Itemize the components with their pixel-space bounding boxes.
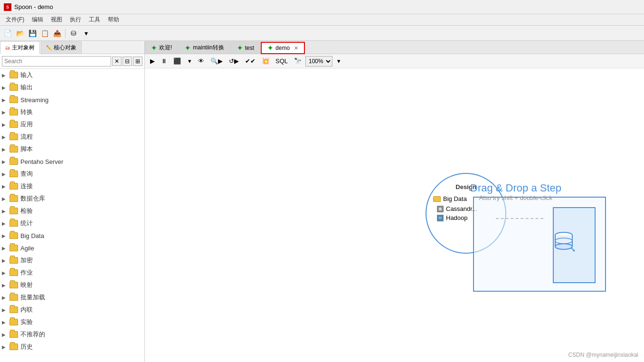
tree-item-app[interactable]: ▶ 应用 xyxy=(0,118,144,131)
tree-label: 映射 xyxy=(20,281,33,289)
search-expand-btn[interactable]: ⊞ xyxy=(133,57,142,66)
tree-arrow: ▶ xyxy=(2,85,9,90)
toolbar-new[interactable]: 📄 xyxy=(2,28,13,39)
tree-arrow: ▶ xyxy=(2,122,9,127)
tree-item-pentaho[interactable]: ▶ Pentaho Server xyxy=(0,155,144,168)
debug-btn[interactable]: 🔍▶ xyxy=(208,56,225,67)
tree-label: 转换 xyxy=(20,108,33,116)
tree-label: 作业 xyxy=(20,268,33,277)
stop-btn[interactable]: ⬛ xyxy=(171,56,183,67)
verify-btn[interactable]: ✔✔ xyxy=(243,56,258,67)
tree-item-history[interactable]: ▶ 历史 xyxy=(0,341,144,353)
stop-dropdown[interactable]: ▾ xyxy=(185,56,194,67)
impact-btn[interactable]: 💥 xyxy=(259,56,272,67)
circle-cassandra-icon: ▦ xyxy=(437,206,444,212)
tree-item-bulkload[interactable]: ▶ 批量加载 xyxy=(0,291,144,304)
toolbar-save[interactable]: 💾 xyxy=(27,28,38,39)
panel-tabs: 🗂 主对象树 ✏️ 核心对象 xyxy=(0,41,144,54)
tree-item-dw[interactable]: ▶ 数据仓库 xyxy=(0,192,144,205)
tab-demo[interactable]: ✦ demo ✕ xyxy=(261,42,305,54)
tree-item-script[interactable]: ▶ 脚本 xyxy=(0,143,144,155)
tab-maintiin-label: maintiin转换 xyxy=(193,44,224,52)
tab-main-tree[interactable]: 🗂 主对象树 xyxy=(0,41,40,54)
circle-cassandra-label: Cassandr... xyxy=(446,205,477,212)
tree-item-query[interactable]: ▶ 查询 xyxy=(0,168,144,180)
tree-item-job[interactable]: ▶ 作业 xyxy=(0,267,144,279)
menu-edit[interactable]: 编辑 xyxy=(28,15,47,25)
pause-btn[interactable]: ⏸ xyxy=(159,56,170,67)
tab-core-objects[interactable]: ✏️ 核心对象 xyxy=(41,41,82,54)
folder-icon xyxy=(9,171,18,177)
tree-arrow: ▶ xyxy=(2,258,9,263)
tree-arrow: ▶ xyxy=(2,134,9,140)
tree-item-input[interactable]: ▶ 输入 xyxy=(0,69,144,81)
tree-item-connect[interactable]: ▶ 连接 xyxy=(0,180,144,192)
tree-label: 实验 xyxy=(20,318,33,326)
tree-item-validate[interactable]: ▶ 检验 xyxy=(0,205,144,217)
tab-test[interactable]: ✦ test xyxy=(231,41,260,54)
search-input[interactable] xyxy=(2,56,111,67)
search-clear-btn[interactable]: ✕ xyxy=(112,57,122,66)
menu-file[interactable]: 文件(F) xyxy=(2,15,28,25)
tree-label: Pentaho Server xyxy=(20,158,63,165)
editor-toolbar: ▶ ⏸ ⬛ ▾ 👁 🔍▶ ↺▶ ✔✔ 💥 SQL 🔭 100% 75% 50% … xyxy=(145,54,644,68)
toolbar-layers[interactable]: ⛁ xyxy=(68,28,79,39)
tree-label: Agile xyxy=(20,245,34,252)
tab-demo-close[interactable]: ✕ xyxy=(294,45,298,51)
tree-item-experiment[interactable]: ▶ 实验 xyxy=(0,316,144,328)
explore-btn[interactable]: 🔭 xyxy=(292,56,304,67)
dnd-heading: Drag & Drop a Step xyxy=(426,182,606,194)
tab-demo-icon: ✦ xyxy=(267,44,273,52)
search-collapse-btn[interactable]: ⊟ xyxy=(123,57,132,66)
replay-btn[interactable]: ↺▶ xyxy=(227,56,241,67)
run-btn[interactable]: ▶ xyxy=(148,56,157,67)
tab-welcome[interactable]: ✦ 欢迎! xyxy=(145,41,178,54)
zoom-select[interactable]: 100% 75% 50% 150% xyxy=(305,56,332,67)
app-title: Spoon - demo xyxy=(14,3,53,10)
tree-item-streaming[interactable]: ▶ Streaming xyxy=(0,94,144,106)
tree-arrow: ▶ xyxy=(2,147,9,152)
sql-btn[interactable]: SQL xyxy=(273,56,290,67)
folder-icon xyxy=(9,121,18,128)
tab-maintiin[interactable]: ✦ maintiin转换 xyxy=(179,41,230,54)
tree-item-stats[interactable]: ▶ 统计 xyxy=(0,217,144,229)
folder-icon xyxy=(9,220,18,227)
canvas-area[interactable]: Design Big Data ▦ Cassandr... H Hadoop xyxy=(145,68,644,362)
folder-icon xyxy=(9,294,18,301)
menu-tools[interactable]: 工具 xyxy=(85,15,104,25)
toolbar-open[interactable]: 📂 xyxy=(14,28,26,39)
tree-item-output[interactable]: ▶ 输出 xyxy=(0,81,144,94)
tree-item-transform[interactable]: ▶ 转换 xyxy=(0,106,144,118)
tree-item-flow[interactable]: ▶ 流程 xyxy=(0,131,144,143)
folder-icon xyxy=(9,331,18,338)
tree-item-map[interactable]: ▶ 映射 xyxy=(0,279,144,291)
tree-item-deprecated[interactable]: ▶ 不推荐的 xyxy=(0,328,144,341)
tree-item-agile[interactable]: ▶ Agile xyxy=(0,242,144,254)
tree-label: 批量加载 xyxy=(20,293,45,302)
menu-execute[interactable]: 执行 xyxy=(66,15,85,25)
folder-icon xyxy=(9,306,18,313)
tab-demo-label: demo xyxy=(275,45,290,51)
tree-label: 输出 xyxy=(20,83,33,92)
toolbar-save-as[interactable]: 📋 xyxy=(39,28,50,39)
zoom-dropdown[interactable]: ▾ xyxy=(334,56,343,67)
circle-hadoop-label: Hadoop xyxy=(446,214,468,221)
tree-arrow: ▶ xyxy=(2,270,9,276)
tree-item-inline[interactable]: ▶ 内联 xyxy=(0,304,144,316)
folder-icon xyxy=(9,257,18,264)
preview-btn[interactable]: 👁 xyxy=(196,56,207,67)
toolbar-export[interactable]: 📤 xyxy=(51,28,63,39)
tree-arrow: ▶ xyxy=(2,73,9,78)
circle-cassandra-row: ▦ Cassandr... xyxy=(433,205,477,212)
dnd-inner-box xyxy=(553,207,596,283)
main-tree-icon: 🗂 xyxy=(5,45,10,50)
tree-item-encrypt[interactable]: ▶ 加密 xyxy=(0,254,144,267)
circle-hadoop-row: H Hadoop xyxy=(433,214,468,221)
tree-arrow: ▶ xyxy=(2,246,9,251)
menu-help[interactable]: 帮助 xyxy=(104,15,123,25)
tree-arrow: ▶ xyxy=(2,97,9,103)
menu-view[interactable]: 视图 xyxy=(47,15,66,25)
toolbar-layers-down[interactable]: ▾ xyxy=(80,28,92,39)
tree-item-bigdata[interactable]: ▶ Big Data xyxy=(0,229,144,242)
tree-label: Streaming xyxy=(20,96,48,104)
